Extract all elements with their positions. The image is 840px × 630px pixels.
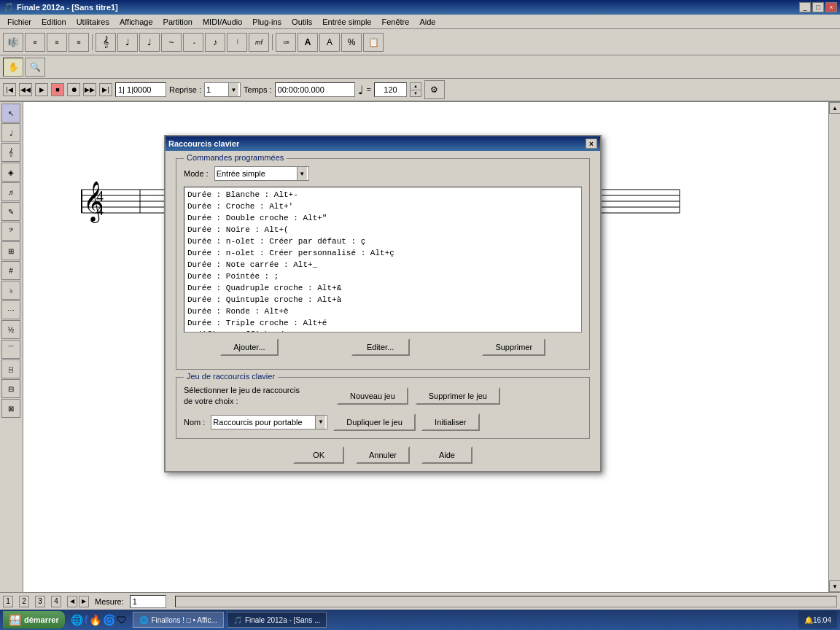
tool-15[interactable]: ⊠	[1, 399, 20, 418]
menu-partition[interactable]: Partition	[159, 16, 197, 28]
menu-aide[interactable]: Aide	[415, 16, 440, 28]
tool-btn-10[interactable]: 𝄁	[227, 33, 247, 52]
start-button[interactable]: 🪟 démarrer	[3, 611, 65, 629]
tray-item5[interactable]: 🛡	[117, 614, 127, 626]
menu-plugins[interactable]: Plug-ins	[248, 16, 286, 28]
tempo-display[interactable]: 120	[374, 82, 407, 97]
tool-5[interactable]: ✎	[1, 202, 20, 221]
tool-btn-12[interactable]: ㎝	[276, 33, 296, 52]
transport-back[interactable]: ◀◀	[19, 83, 32, 96]
tool-14[interactable]: ⊟	[1, 379, 20, 398]
maximize-btn[interactable]: □	[812, 2, 824, 12]
page-2[interactable]: 2	[19, 596, 29, 607]
tool-13[interactable]: ⌸	[1, 359, 20, 378]
shortcut-item[interactable]: Durée : Pointée : ;	[187, 271, 578, 282]
dialog-close-btn[interactable]: ×	[586, 139, 597, 149]
tray-item4[interactable]: 🌀	[103, 614, 115, 626]
reprise-arrow[interactable]: ▼	[228, 83, 238, 96]
transport-end[interactable]: ▶|	[99, 83, 112, 96]
btn-ajouter[interactable]: Ajouter...	[220, 338, 279, 356]
shortcut-item[interactable]: Durée : Blanche : Alt+-	[187, 189, 578, 201]
mode-dropdown-arrow[interactable]: ▼	[297, 167, 307, 180]
shortcut-item[interactable]: Durée : Double croche : Alt+"	[187, 212, 578, 224]
menu-fichier[interactable]: Fichier	[3, 16, 36, 28]
btn-initialiser[interactable]: Initialiser	[421, 413, 480, 431]
tool-8[interactable]: #	[1, 261, 20, 280]
tool-3[interactable]: ◈	[1, 163, 20, 182]
nom-dropdown[interactable]: Raccourcis pour portable ▼	[211, 415, 327, 429]
tempo-down[interactable]: ▼	[411, 90, 421, 97]
scroll-up[interactable]: ▲	[829, 102, 840, 114]
tool-btn-14[interactable]: A	[319, 33, 340, 52]
hand-tool[interactable]: ✋	[3, 58, 23, 77]
shortcut-item[interactable]: Durée : Croche : Alt+'	[187, 201, 578, 212]
btn-supprimer-jeu[interactable]: Supprimer le jeu	[416, 387, 500, 405]
tool-4[interactable]: ♬	[1, 182, 20, 201]
transport-start[interactable]: |◀	[3, 83, 16, 96]
btn-ok[interactable]: OK	[293, 446, 344, 464]
shortcut-item[interactable]: Durée : Quadruple croche : Alt+&	[187, 282, 578, 294]
btn-nouveau-jeu[interactable]: Nouveau jeu	[337, 387, 408, 405]
tempo-spinner[interactable]: ▲ ▼	[410, 82, 421, 97]
nom-dropdown-arrow[interactable]: ▼	[315, 416, 325, 429]
tool-btn-4[interactable]: 𝄞	[96, 33, 116, 52]
reprise-dropdown[interactable]: 1 ▼	[204, 82, 241, 97]
btn-editer[interactable]: Editer...	[351, 338, 410, 356]
tool-10[interactable]: ⋯	[1, 300, 20, 319]
menu-edition[interactable]: Edition	[37, 16, 71, 28]
tool-12[interactable]: ⌒	[1, 340, 20, 359]
transport-fwd[interactable]: ▶▶	[83, 83, 96, 96]
shortcut-item[interactable]: Durée : n-olet : Créer par défaut : ç	[187, 236, 578, 247]
shortcut-item[interactable]: Durée : Triple croche : Alt+é	[187, 317, 578, 329]
scroll-down[interactable]: ▼	[829, 580, 840, 592]
tool-btn-8[interactable]: 𝅗	[183, 33, 203, 52]
nav-right[interactable]: ▶	[79, 596, 89, 607]
tool-btn-2[interactable]: ≡	[47, 33, 67, 52]
tool-9[interactable]: ♭	[1, 281, 20, 300]
magnify-tool[interactable]: 🔍	[25, 58, 45, 77]
btn-aide[interactable]: Aide	[421, 446, 472, 464]
tool-11[interactable]: ½	[1, 320, 20, 339]
tempo-up[interactable]: ▲	[411, 83, 421, 90]
hscroll-track[interactable]	[175, 596, 837, 607]
tool-btn-9[interactable]: ♪	[205, 33, 225, 52]
page-3[interactable]: 3	[35, 596, 45, 607]
tool-btn-15[interactable]: %	[341, 33, 362, 52]
tray-firefox[interactable]: 🔥	[89, 614, 101, 626]
menu-outils[interactable]: Outils	[287, 16, 316, 28]
tool-2[interactable]: 𝄞	[1, 143, 20, 162]
shortcut-list[interactable]: Durée : Blanche : Alt+-Durée : Croche : …	[184, 187, 582, 332]
tool-arrow[interactable]: ↖	[1, 104, 20, 122]
shortcut-item[interactable]: Durée : Note carrée : Alt+_	[187, 259, 578, 271]
btn-dupliquer[interactable]: Dupliquer le jeu	[333, 413, 415, 431]
shortcut-item[interactable]: Durée : Noire : Alt+(	[187, 224, 578, 236]
tool-btn-3[interactable]: ≡	[69, 33, 89, 52]
btn-supprimer[interactable]: Supprimer	[482, 338, 545, 356]
tool-btn-7[interactable]: ~	[161, 33, 182, 52]
tool-btn-5[interactable]: ♩	[117, 33, 138, 52]
tool-btn-13[interactable]: A	[298, 33, 318, 52]
mesure-value-field[interactable]: 1	[130, 595, 166, 608]
scroll-track[interactable]	[829, 114, 840, 580]
nav-left[interactable]: ◀	[67, 596, 77, 607]
btn-annuler[interactable]: Annuler	[356, 446, 410, 464]
tray-ie[interactable]: 🌐	[71, 614, 83, 626]
mode-dropdown[interactable]: Entrée simple ▼	[214, 166, 309, 181]
menu-affichage[interactable]: Affichage	[115, 16, 158, 28]
tool-btn-11[interactable]: mf	[249, 33, 269, 52]
tool-6[interactable]: 𝄢	[1, 222, 20, 241]
close-btn[interactable]: ×	[825, 2, 837, 12]
tool-btn-6[interactable]: ♩	[139, 33, 160, 52]
tray-f[interactable]: f	[85, 614, 88, 626]
transport-record[interactable]: ⏺	[67, 83, 80, 96]
tool-btn-16[interactable]: 📋	[363, 33, 384, 52]
tool-btn-0[interactable]: 🎼	[3, 33, 23, 52]
shortcut-item[interactable]: Modifier : Afficher/Masquer : H	[187, 329, 578, 332]
metronome-btn[interactable]: ⚙	[424, 80, 445, 99]
tool-btn-1[interactable]: ≡	[25, 33, 45, 52]
menu-utilitaires[interactable]: Utilitaires	[72, 16, 114, 28]
menu-entree[interactable]: Entrée simple	[318, 16, 376, 28]
taskbar-app1[interactable]: 🌐 Finallons ! □ • Affic...	[133, 612, 224, 628]
transport-stop[interactable]: ■	[51, 83, 64, 96]
menu-midi[interactable]: MIDI/Audio	[198, 16, 246, 28]
